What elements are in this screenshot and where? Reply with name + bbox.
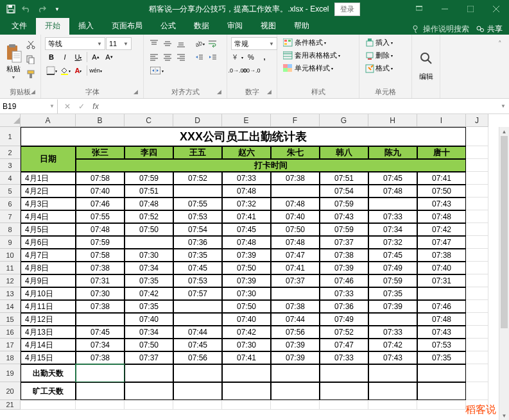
- cell[interactable]: 王五: [173, 146, 222, 159]
- cell[interactable]: [466, 127, 488, 146]
- row-header-4[interactable]: 4: [0, 172, 21, 185]
- cell[interactable]: [417, 287, 466, 300]
- cell[interactable]: 07:48: [417, 313, 466, 326]
- cell[interactable]: 07:35: [125, 300, 173, 313]
- tab-data[interactable]: 数据: [185, 17, 218, 35]
- tab-formulas[interactable]: 公式: [151, 17, 185, 35]
- font-name-combo[interactable]: 等线▼: [45, 37, 105, 50]
- cell[interactable]: 4月8日: [21, 262, 76, 274]
- cell[interactable]: 4月12日: [21, 313, 76, 326]
- tab-review[interactable]: 审阅: [218, 17, 252, 35]
- cell[interactable]: [320, 364, 368, 382]
- row-header-11[interactable]: 11: [0, 262, 21, 274]
- cell[interactable]: 07:33: [320, 287, 368, 300]
- cell[interactable]: 07:39: [222, 274, 271, 287]
- shrink-font-button[interactable]: A▾: [103, 51, 116, 63]
- cell[interactable]: 07:42: [125, 287, 173, 300]
- cell[interactable]: 07:47: [271, 249, 320, 262]
- cell[interactable]: [466, 313, 488, 326]
- copy-button[interactable]: [24, 53, 37, 66]
- editing-button[interactable]: 编辑: [416, 37, 436, 96]
- row-header-12[interactable]: 12: [0, 274, 21, 287]
- cell[interactable]: 07:37: [125, 351, 173, 364]
- col-header-C[interactable]: C: [125, 114, 173, 127]
- login-button[interactable]: 登录: [334, 3, 360, 16]
- cell[interactable]: 07:54: [173, 223, 222, 236]
- cell[interactable]: [173, 400, 222, 410]
- cell[interactable]: [271, 364, 320, 382]
- cell[interactable]: 07:35: [125, 274, 173, 287]
- ribbon-options-button[interactable]: [406, 0, 432, 18]
- row-header-18[interactable]: 18: [0, 351, 21, 364]
- cell[interactable]: 07:48: [125, 197, 173, 210]
- cell[interactable]: 07:59: [368, 274, 417, 287]
- row-header-19[interactable]: 19: [0, 364, 21, 382]
- cell[interactable]: 07:51: [320, 172, 368, 185]
- row-header-10[interactable]: 10: [0, 249, 21, 262]
- cell[interactable]: 07:33: [368, 326, 417, 339]
- cell[interactable]: 07:40: [76, 185, 125, 197]
- format-as-table-button[interactable]: 套用表格格式▾: [281, 50, 355, 61]
- cell[interactable]: 07:35: [173, 249, 222, 262]
- cell[interactable]: 07:44: [173, 326, 222, 339]
- save-button[interactable]: [4, 2, 18, 16]
- cell[interactable]: 07:55: [173, 197, 222, 210]
- cell[interactable]: 07:36: [173, 236, 222, 249]
- cell[interactable]: 张三: [76, 146, 125, 159]
- cell[interactable]: 07:34: [125, 326, 173, 339]
- merge-center-button[interactable]: ▾: [148, 64, 166, 77]
- cell[interactable]: [466, 210, 488, 223]
- row-header-1[interactable]: 1: [0, 127, 21, 146]
- cell[interactable]: 07:38: [271, 172, 320, 185]
- bold-button[interactable]: B: [45, 51, 58, 63]
- cell[interactable]: [466, 223, 488, 236]
- cell[interactable]: 4月3日: [21, 197, 76, 210]
- cell[interactable]: 07:43: [320, 210, 368, 223]
- cell[interactable]: 4月10日: [21, 287, 76, 300]
- cell[interactable]: 07:41: [271, 262, 320, 274]
- cell[interactable]: [125, 400, 173, 410]
- align-bottom-button[interactable]: [175, 37, 187, 50]
- cell[interactable]: 07:39: [271, 339, 320, 351]
- cell[interactable]: 07:32: [368, 236, 417, 249]
- cell[interactable]: [466, 185, 488, 197]
- clipboard-launcher[interactable]: ◢: [31, 88, 39, 96]
- cell[interactable]: 07:52: [173, 172, 222, 185]
- cell[interactable]: [320, 382, 368, 400]
- accounting-format-button[interactable]: ¥▾: [231, 51, 244, 63]
- cell[interactable]: 4月7日: [21, 249, 76, 262]
- cell[interactable]: 07:39: [368, 300, 417, 313]
- row-header-21[interactable]: 21: [0, 400, 21, 410]
- cell[interactable]: [466, 300, 488, 313]
- vertical-scrollbar[interactable]: ▲ ▼: [499, 127, 509, 420]
- borders-button[interactable]: ▾: [45, 64, 58, 77]
- tab-view[interactable]: 视图: [252, 17, 285, 35]
- cell[interactable]: [173, 313, 222, 326]
- cell[interactable]: 4月13日: [21, 326, 76, 339]
- cell[interactable]: [466, 274, 488, 287]
- row-header-17[interactable]: 17: [0, 339, 21, 351]
- cell[interactable]: [368, 364, 417, 382]
- format-painter-button[interactable]: [24, 68, 37, 81]
- cell[interactable]: 07:45: [76, 326, 125, 339]
- row-header-13[interactable]: 13: [0, 287, 21, 300]
- fx-button[interactable]: fx: [90, 102, 101, 111]
- decrease-decimal-button[interactable]: .00→.0: [245, 64, 257, 77]
- cell[interactable]: 07:58: [76, 249, 125, 262]
- cell[interactable]: 07:34: [76, 339, 125, 351]
- cell[interactable]: [173, 364, 222, 382]
- decrease-indent-button[interactable]: [193, 51, 205, 63]
- cell[interactable]: 07:50: [125, 223, 173, 236]
- share-button[interactable]: 共享: [476, 24, 503, 35]
- cell[interactable]: 07:48: [271, 236, 320, 249]
- cell[interactable]: [76, 400, 125, 410]
- cells-area[interactable]: XXX公司员工出勤统计表日期张三李四王五赵六朱七韩八陈九唐十打卡时间4月1日07…: [21, 127, 488, 410]
- row-header-5[interactable]: 5: [0, 185, 21, 197]
- cell[interactable]: 07:57: [173, 287, 222, 300]
- scrollbar-thumb[interactable]: [501, 136, 508, 328]
- row-header-8[interactable]: 8: [0, 223, 21, 236]
- cell[interactable]: 07:47: [417, 236, 466, 249]
- cell[interactable]: 07:40: [271, 210, 320, 223]
- cell[interactable]: 07:37: [320, 236, 368, 249]
- cell[interactable]: [368, 313, 417, 326]
